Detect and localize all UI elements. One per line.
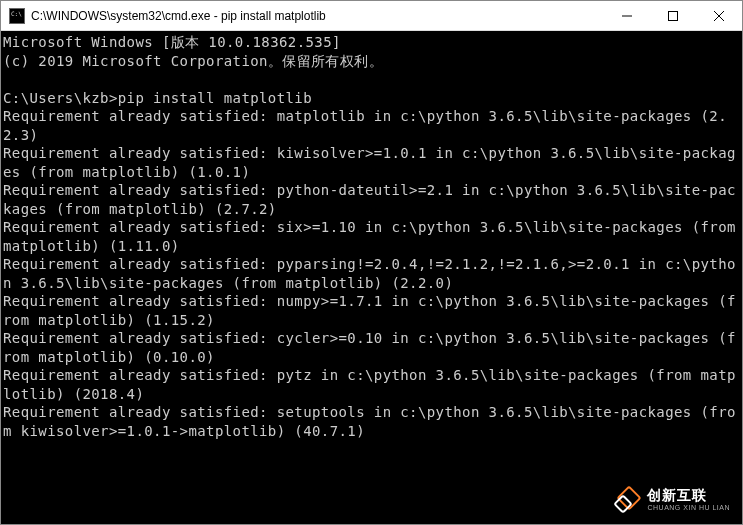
window-titlebar: C:\WINDOWS\system32\cmd.exe - pip instal… bbox=[1, 1, 742, 31]
watermark-cn: 创新互联 bbox=[647, 488, 730, 503]
cmd-icon bbox=[9, 8, 25, 24]
watermark-logo-icon bbox=[615, 488, 639, 512]
maximize-icon bbox=[668, 11, 678, 21]
close-button[interactable] bbox=[696, 1, 742, 30]
watermark: 创新互联 CHUANG XIN HU LIAN bbox=[615, 488, 730, 512]
watermark-en: CHUANG XIN HU LIAN bbox=[647, 504, 730, 512]
svg-rect-1 bbox=[669, 11, 678, 20]
window-controls bbox=[604, 1, 742, 30]
terminal-output[interactable]: Microsoft Windows [版本 10.0.18362.535] (c… bbox=[1, 31, 742, 524]
minimize-button[interactable] bbox=[604, 1, 650, 30]
close-icon bbox=[714, 11, 724, 21]
maximize-button[interactable] bbox=[650, 1, 696, 30]
minimize-icon bbox=[622, 11, 632, 21]
watermark-text: 创新互联 CHUANG XIN HU LIAN bbox=[647, 488, 730, 511]
window-title: C:\WINDOWS\system32\cmd.exe - pip instal… bbox=[31, 9, 604, 23]
